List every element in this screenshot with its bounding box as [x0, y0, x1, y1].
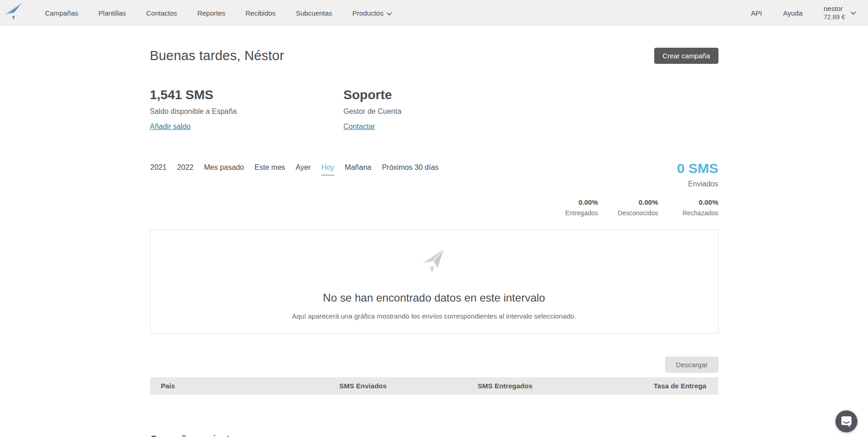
- chevron-down-icon: [851, 9, 856, 17]
- metric-value: 0.00%: [667, 198, 718, 206]
- metric-entregados: 0.00% Entregados: [546, 198, 598, 217]
- nav-item-contactos[interactable]: Contactos: [146, 9, 178, 17]
- balance-block: 1,541 SMS Saldo disponible a España Añad…: [150, 88, 344, 131]
- nav-item-label: Campañas: [45, 9, 78, 17]
- metric-label: Entregados: [546, 209, 598, 217]
- column-header-sms-enviados: SMS Enviados: [292, 382, 434, 390]
- nav-item-subcuentas[interactable]: Subcuentas: [296, 9, 332, 17]
- download-button[interactable]: Descargar: [665, 357, 718, 373]
- add-balance-link[interactable]: Añadir saldo: [150, 123, 191, 131]
- balance-amount: 1,541 SMS: [150, 88, 344, 102]
- user-balance: 72.89 €: [823, 13, 845, 22]
- metric-value: 0.00%: [546, 198, 598, 206]
- sent-label: Enviados: [546, 180, 718, 188]
- column-header-pais: Pais: [150, 382, 292, 390]
- metric-rechazados: 0.00% Rechazados: [667, 198, 718, 217]
- country-table-header: Pais SMS Enviados SMS Entregados Tasa de…: [150, 377, 718, 395]
- metric-label: Rechazados: [667, 209, 718, 217]
- filter-mes-pasado[interactable]: Mes pasado: [204, 163, 245, 217]
- metric-desconocidos: 0.00% Desconocidos: [606, 198, 658, 217]
- user-menu[interactable]: nestor 72.89 €: [823, 5, 856, 21]
- page-greeting: Buenas tardes, Néstor: [150, 48, 284, 63]
- nav-item-label: API: [751, 9, 762, 17]
- recent-campaigns-title: Campañas recientes: [150, 434, 718, 437]
- metric-value: 0.00%: [606, 198, 658, 206]
- nav-item-recibidos[interactable]: Recibidos: [245, 9, 276, 17]
- empty-state-title: No se han encontrado datos en este inter…: [150, 291, 718, 304]
- nav-item-label: Subcuentas: [296, 9, 332, 17]
- nav-item-label: Plantillas: [99, 9, 126, 17]
- column-header-tasa-de-entrega: Tasa de Entrega: [576, 382, 718, 390]
- chat-launcher-button[interactable]: [835, 410, 857, 432]
- filter-manana[interactable]: Mañana: [345, 163, 372, 217]
- support-title: Soporte: [344, 88, 537, 102]
- chat-bubble-icon: [835, 426, 857, 434]
- nav-item-label: Reportes: [197, 9, 225, 17]
- contact-link[interactable]: Contactar: [344, 123, 375, 131]
- nav-item-plantillas[interactable]: Plantillas: [99, 9, 126, 17]
- filter-este-mes[interactable]: Este mes: [254, 163, 286, 217]
- support-block: Soporte Gestor de Cuenta Contactar: [344, 88, 537, 131]
- nav-item-label: Recibidos: [245, 9, 276, 17]
- sent-count: 0 SMS: [546, 161, 718, 176]
- main-content: Buenas tardes, Néstor Crear campaña 1,54…: [150, 48, 718, 437]
- nav-item-api[interactable]: API: [751, 9, 762, 17]
- paper-plane-icon: [416, 272, 452, 280]
- filter-2022[interactable]: 2022: [177, 163, 194, 217]
- sent-stats: 0 SMS Enviados 0.00% Entregados 0.00% De…: [546, 161, 718, 217]
- filter-proximos-30-dias[interactable]: Próximos 30 días: [381, 163, 439, 217]
- balance-caption: Saldo disponible a España: [150, 107, 344, 116]
- nav-item-campanas[interactable]: Campañas: [45, 9, 78, 17]
- nav-item-productos[interactable]: Productos: [352, 9, 392, 17]
- filter-2021[interactable]: 2021: [150, 163, 167, 217]
- top-nav: Campañas Plantillas Contactos Reportes R…: [0, 0, 868, 26]
- empty-state-subtitle: Aquí aparecerá una gráfica mostrando los…: [150, 312, 718, 320]
- empty-chart-panel: No se han encontrado datos en este inter…: [150, 230, 718, 334]
- nav-item-ayuda[interactable]: Ayuda: [783, 9, 802, 17]
- support-caption: Gestor de Cuenta: [344, 107, 537, 116]
- user-name: nestor: [823, 5, 845, 13]
- nav-item-reportes[interactable]: Reportes: [197, 9, 225, 17]
- column-header-sms-entregados: SMS Entregados: [434, 382, 576, 390]
- nav-item-label: Ayuda: [783, 9, 802, 17]
- nav-item-label: Productos: [352, 9, 384, 17]
- filter-ayer[interactable]: Ayer: [295, 163, 312, 217]
- date-filter-tabs: 2021 2022 Mes pasado Este mes Ayer Hoy M…: [150, 161, 440, 217]
- app-logo[interactable]: [0, 0, 29, 26]
- nav-item-label: Contactos: [146, 9, 178, 17]
- create-campaign-button[interactable]: Crear campaña: [654, 48, 718, 64]
- metric-label: Desconocidos: [606, 209, 658, 217]
- filter-hoy[interactable]: Hoy: [321, 163, 334, 217]
- chevron-down-icon: [387, 9, 392, 17]
